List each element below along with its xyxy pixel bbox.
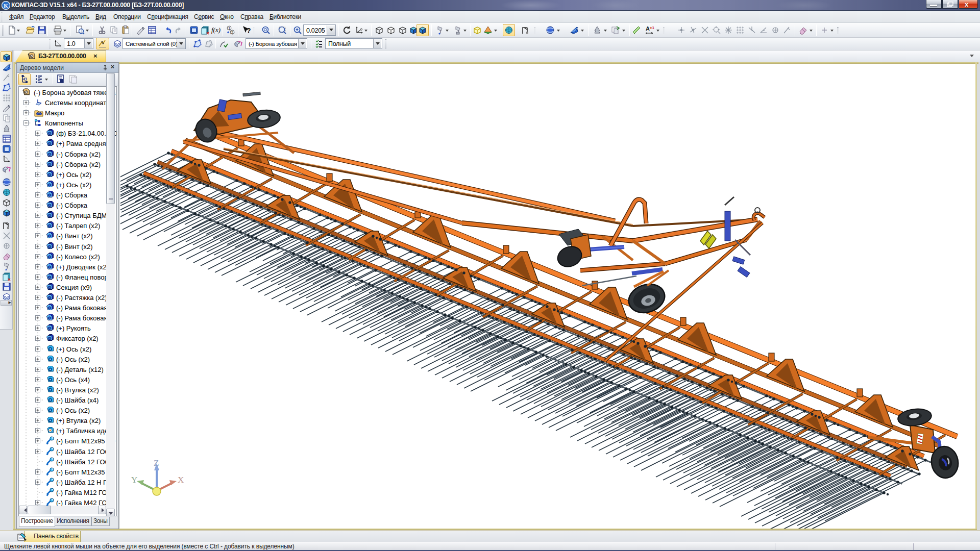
- svg-text:2: 2: [231, 30, 234, 35]
- svg-text:Z: Z: [154, 458, 159, 468]
- svg-text:Y: Y: [131, 475, 137, 485]
- svg-text:A: A: [646, 26, 650, 32]
- svg-text:K: K: [4, 3, 8, 9]
- svg-text:?: ?: [247, 27, 251, 35]
- svg-text:X: X: [178, 475, 184, 485]
- svg-text:±1: ±1: [650, 26, 654, 30]
- svg-text:f(x): f(x): [211, 26, 220, 34]
- svg-text:1: 1: [228, 26, 231, 31]
